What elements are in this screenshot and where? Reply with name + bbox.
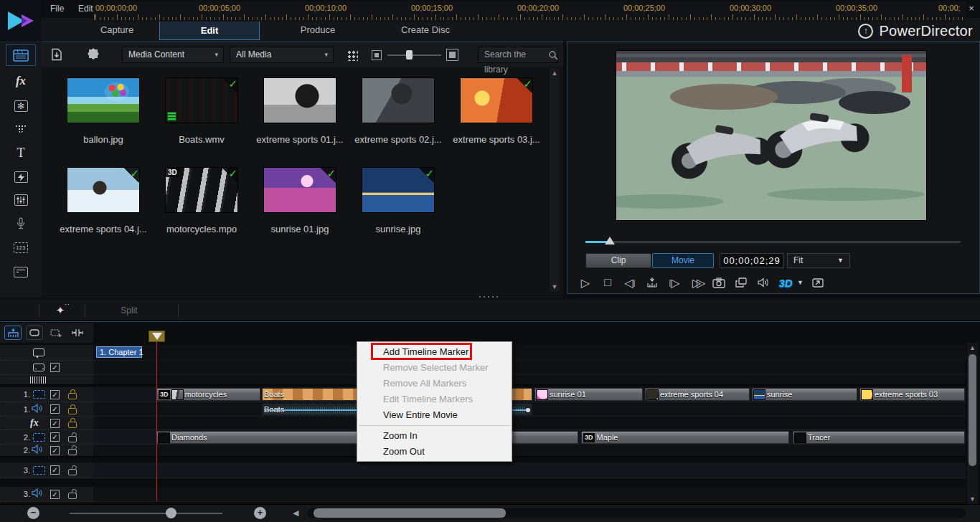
thumbnail-size-slider[interactable]	[387, 54, 441, 56]
plugin-puzzle-icon[interactable]	[86, 48, 99, 64]
lock-icon[interactable]	[68, 469, 77, 475]
media-thumbnail[interactable]: ✓	[264, 168, 336, 212]
preview-zoom-dropdown[interactable]: Fit ▼	[787, 253, 850, 268]
import-media-icon[interactable]	[50, 48, 63, 64]
grid-view-icon[interactable]	[347, 49, 358, 61]
range-select-tool[interactable]	[26, 326, 43, 340]
lock-icon[interactable]	[68, 493, 77, 499]
track-enable-checkbox[interactable]	[50, 432, 60, 442]
close-button[interactable]: ×	[964, 0, 979, 18]
media-thumbnail[interactable]: ✓	[461, 78, 532, 123]
timeline-clip[interactable]: Tracer	[793, 431, 965, 444]
track-enable-checkbox[interactable]	[50, 419, 60, 428]
tab-create-disc[interactable]: Create Disc	[372, 20, 479, 40]
svrt-lane[interactable]	[93, 375, 966, 386]
sidebar-item-voiceover-room[interactable]	[6, 213, 35, 233]
track-enable-checkbox[interactable]	[50, 465, 60, 475]
track-enable-checkbox[interactable]	[50, 363, 60, 372]
media-thumbnail[interactable]: ✓	[166, 78, 237, 123]
panel-splitter-handle[interactable]	[478, 295, 499, 298]
timeline-clip[interactable]: sunrise	[752, 388, 857, 401]
audio-track-3-lane[interactable]	[93, 487, 966, 502]
fullscreen-button[interactable]	[810, 275, 826, 290]
zoom-out-button[interactable]: −	[27, 507, 39, 519]
track-header-audio-3[interactable]: 3.	[0, 487, 93, 502]
media-item[interactable]: ✓ extreme sports 04.j...	[55, 168, 152, 234]
timecode-display[interactable]: 00;00;02;29	[720, 253, 784, 268]
scroll-left-icon[interactable]: ◀	[293, 508, 298, 518]
scroll-up-icon[interactable]: ▲	[967, 344, 978, 351]
search-input[interactable]: Search the library	[478, 47, 558, 63]
track-enable-checkbox[interactable]	[50, 404, 60, 414]
track-header-fx[interactable]: fx	[0, 417, 93, 430]
media-item[interactable]: ✓ sunrise.jpg	[349, 168, 447, 234]
timeline-clip[interactable]: sunrise 01	[534, 388, 643, 401]
stop-button[interactable]: □	[600, 275, 616, 290]
media-item[interactable]: ✓ extreme sports 02.j...	[349, 78, 447, 145]
preview-seek-handle[interactable]	[605, 237, 615, 245]
sidebar-item-subtitle-room[interactable]	[6, 262, 35, 282]
magic-wand-icon[interactable]: ✦	[52, 303, 69, 318]
clip-mode-button[interactable]: Clip	[585, 253, 651, 268]
scroll-down-icon[interactable]: ▼	[967, 495, 978, 503]
lock-icon[interactable]	[68, 422, 77, 428]
media-thumbnail[interactable]: ✓	[67, 78, 139, 123]
track-header-svrt[interactable]	[0, 375, 93, 386]
zoom-in-button[interactable]: +	[254, 507, 266, 519]
library-scrollbar[interactable]: ▲ ▼	[550, 68, 560, 292]
volume-button[interactable]	[755, 275, 771, 290]
chapter-lane[interactable]: 1. Chapter 1	[93, 345, 966, 361]
track-header-subtitle[interactable]	[0, 361, 93, 375]
undock-preview-button[interactable]	[733, 275, 749, 290]
sidebar-item-media-room[interactable]	[6, 45, 35, 65]
split-button[interactable]: Split	[108, 304, 151, 317]
menu-file[interactable]: File	[46, 0, 68, 18]
lock-icon[interactable]	[68, 436, 77, 442]
tab-edit[interactable]: Edit	[159, 20, 260, 40]
track-header-video-1[interactable]: 1.	[0, 387, 93, 402]
snap-toggle[interactable]	[69, 326, 86, 340]
scrollbar-thumb[interactable]	[969, 354, 976, 466]
video-track-2-lane[interactable]: Diamonds 3D Maple Tracer	[93, 430, 966, 445]
fast-forward-button[interactable]: ▷▷	[689, 275, 705, 290]
scroll-down-icon[interactable]: ▼	[550, 283, 560, 290]
media-item[interactable]: ✓ sunrise 01.jpg	[251, 168, 349, 234]
context-menu-item-view-entire-movie[interactable]: View Entire Movie	[357, 407, 512, 423]
lock-icon[interactable]	[68, 408, 77, 414]
video-track-3-lane[interactable]	[93, 462, 966, 478]
timeline-zoom-slider[interactable]	[70, 513, 222, 514]
context-menu-item-add-timeline-marker[interactable]: Add Timeline Marker	[357, 344, 512, 360]
3d-dropdown-arrow[interactable]: ▼	[797, 279, 804, 286]
track-header-chapter[interactable]	[0, 345, 93, 361]
content-filter-dropdown[interactable]: Media Content▾	[122, 47, 224, 63]
sidebar-item-title-room[interactable]: T	[6, 143, 35, 163]
track-enable-checkbox[interactable]	[50, 390, 60, 399]
previous-frame-button[interactable]: ◁|	[622, 275, 638, 290]
context-menu-item-zoom-in[interactable]: Zoom In	[357, 428, 512, 444]
media-item[interactable]: ✓ Boats.wmv	[153, 78, 250, 145]
media-type-dropdown[interactable]: All Media▾	[230, 47, 334, 63]
media-item[interactable]: ✓ extreme sports 01.j...	[251, 78, 349, 145]
media-thumbnail[interactable]: ✓	[264, 78, 336, 123]
timeline-clip[interactable]: 3D motorcycles	[156, 388, 260, 401]
movie-mode-button[interactable]: Movie	[652, 253, 714, 268]
large-thumbnail-icon[interactable]	[446, 49, 458, 61]
media-thumbnail[interactable]: ✓	[362, 78, 434, 123]
playhead-handle[interactable]	[149, 331, 165, 342]
context-menu-item-zoom-out[interactable]: Zoom Out	[357, 444, 512, 460]
timeline-clip[interactable]: extreme sports 04	[645, 388, 750, 401]
add-track-button[interactable]	[47, 326, 65, 340]
snapshot-button[interactable]	[711, 275, 727, 290]
sidebar-item-audio-mixing-room[interactable]	[6, 190, 35, 210]
media-thumbnail[interactable]: ✓	[67, 168, 139, 212]
scrollbar-thumb[interactable]	[314, 508, 506, 518]
media-thumbnail[interactable]: ✓	[362, 168, 434, 212]
clip-end-handle[interactable]	[526, 408, 530, 412]
audio-track-1-lane[interactable]: Boats	[93, 402, 966, 417]
track-header-video-2[interactable]: 2.	[0, 430, 93, 445]
3d-mode-button[interactable]: 3D	[778, 275, 793, 290]
timeline-vertical-scrollbar[interactable]: ▲ ▼	[967, 343, 978, 504]
media-item[interactable]: ✓ ballon.jpg	[55, 78, 152, 145]
track-header-audio-1[interactable]: 1.	[0, 402, 93, 417]
previous-marker-button[interactable]	[644, 275, 660, 290]
